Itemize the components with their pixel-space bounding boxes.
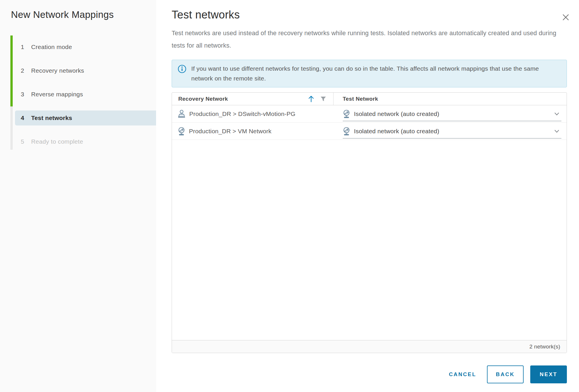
distributed-port-group-icon [178, 110, 185, 118]
step-reverse-mappings[interactable]: 3 Reverse mappings [0, 82, 156, 106]
step-creation-mode[interactable]: 1 Creation mode [0, 35, 156, 59]
table-row: Production_DR > VM Network Isolated netw… [172, 123, 567, 140]
table-row: Production_DR > DSwitch-vMotion-PG Isola… [172, 105, 567, 123]
recovery-network-cell: Production_DR > VM Network [172, 127, 333, 136]
back-button[interactable]: BACK [487, 365, 524, 383]
next-button[interactable]: NEXT [530, 365, 567, 383]
column-header-label: Test Network [343, 96, 378, 102]
step-number: 4 [21, 115, 28, 121]
step-test-networks[interactable]: 4 Test networks [0, 106, 156, 130]
network-icon [178, 127, 185, 136]
network-icon [343, 110, 350, 118]
page-title: Test networks [172, 8, 567, 21]
close-button[interactable] [561, 12, 571, 22]
table-footer: 2 network(s) [172, 340, 567, 353]
network-mappings-table: Recovery Network [172, 92, 567, 353]
table-empty-area [172, 140, 567, 340]
page-content: Test networks Test networks are used ins… [156, 0, 579, 383]
sort-ascending-icon [308, 95, 314, 103]
info-alert-text: If you want to use different networks fo… [191, 64, 560, 83]
wizard-steps: 1 Creation mode 2 Recovery networks 3 Re… [0, 35, 156, 153]
step-label: Ready to complete [31, 138, 83, 145]
test-network-select[interactable]: Isolated network (auto created) [343, 107, 561, 121]
step-label: Reverse mappings [31, 91, 83, 98]
column-header-test-network: Test Network [333, 93, 567, 105]
test-network-cell: Isolated network (auto created) [333, 124, 567, 138]
cancel-button[interactable]: CANCEL [449, 371, 476, 378]
recovery-network-name: Production_DR > VM Network [189, 128, 271, 135]
wizard-title: New Network Mappings [11, 9, 114, 20]
chevron-down-icon [553, 128, 560, 134]
step-number: 3 [21, 91, 28, 98]
sort-button[interactable] [308, 95, 314, 103]
test-network-cell: Isolated network (auto created) [333, 107, 567, 121]
step-number: 1 [21, 44, 28, 50]
test-network-value: Isolated network (auto created) [354, 110, 439, 117]
step-label: Creation mode [31, 44, 72, 50]
recovery-network-name: Production_DR > DSwitch-vMotion-PG [189, 110, 295, 117]
network-icon [343, 127, 350, 136]
page-description: Test networks are used instead of the re… [172, 27, 567, 52]
recovery-network-cell: Production_DR > DSwitch-vMotion-PG [172, 110, 333, 118]
filter-icon [320, 96, 326, 102]
step-number: 2 [21, 67, 28, 74]
step-label: Test networks [31, 115, 72, 121]
chevron-down-icon [553, 111, 560, 117]
wizard-page-test-networks: Test networks Test networks are used ins… [156, 0, 579, 392]
column-header-label: Recovery Network [178, 96, 228, 102]
column-header-recovery-network: Recovery Network [172, 93, 333, 105]
test-network-select[interactable]: Isolated network (auto created) [343, 124, 561, 138]
table-header: Recovery Network [172, 93, 567, 105]
step-recovery-networks[interactable]: 2 Recovery networks [0, 59, 156, 82]
step-ready-to-complete: 5 Ready to complete [0, 130, 156, 153]
close-icon [561, 13, 570, 22]
step-number: 5 [21, 138, 28, 145]
test-network-value: Isolated network (auto created) [354, 128, 439, 135]
info-alert: If you want to use different networks fo… [172, 60, 567, 87]
row-count: 2 network(s) [529, 344, 560, 350]
filter-button[interactable] [320, 96, 326, 102]
wizard-actions: CANCEL BACK NEXT [172, 365, 567, 383]
step-label: Recovery networks [31, 67, 84, 74]
wizard-sidebar: New Network Mappings 1 Creation mode 2 R… [0, 0, 156, 392]
info-icon [178, 65, 186, 73]
